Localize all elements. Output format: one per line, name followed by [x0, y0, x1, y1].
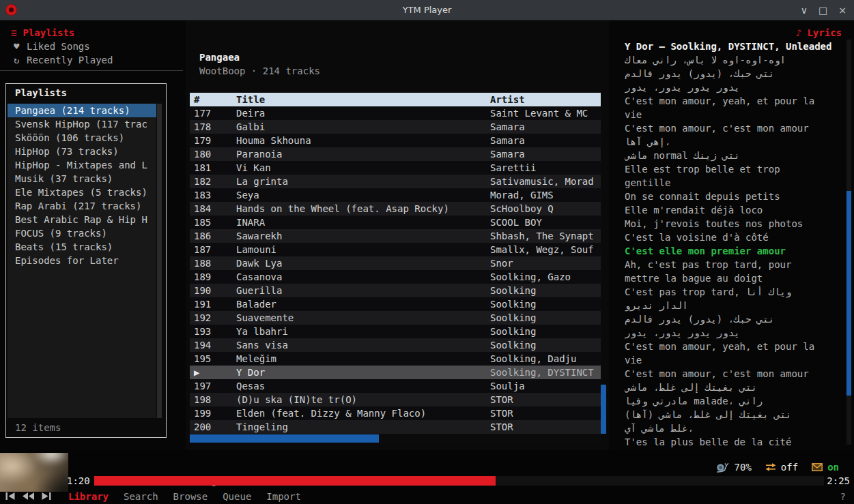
- lyric-line: C'est mon amour, c'est mon amour: [625, 121, 840, 135]
- playlists-menu-label: Playlists: [23, 27, 74, 38]
- track-title: Seya: [232, 188, 486, 202]
- track-row[interactable]: 188 Dawk Lya Snor: [190, 256, 601, 270]
- vertical-scrollbar-thumb[interactable]: [601, 385, 606, 434]
- track-number: 193: [190, 325, 232, 338]
- track-row[interactable]: 186 Sawarekh Shbash, The Synapt: [190, 229, 601, 243]
- playlist-item[interactable]: Skööön (106 tracks): [8, 131, 156, 145]
- track-number: 181: [190, 161, 232, 175]
- nav-tab[interactable]: Import: [266, 490, 301, 503]
- track-title: La grinta: [232, 175, 486, 188]
- music-note-icon: ♪: [796, 27, 801, 38]
- lyric-line: Elle est trop belle et trop: [625, 162, 840, 176]
- track-row[interactable]: 187 Lamouni Smallx, Wegz, Souf: [190, 243, 601, 256]
- notification-state: on: [827, 462, 839, 473]
- tracklist-vertical-scrollbar[interactable]: [601, 93, 606, 434]
- nav-tab[interactable]: Queue: [223, 490, 251, 503]
- track-artist: Snor: [486, 256, 601, 270]
- track-title: Tingeling: [232, 420, 486, 434]
- track-title: Suavemente: [232, 311, 486, 325]
- track-row[interactable]: 190 Guerilla Soolking: [190, 284, 601, 297]
- lyrics-pane: ♪ Lyrics Y Dor — Soolking, DYSTINCT, Unl…: [609, 20, 854, 450]
- playlist-item[interactable]: Best Arabic Rap & Hip H: [8, 213, 156, 226]
- track-title: Houma Skhouna: [232, 134, 486, 147]
- notification-toggle[interactable]: on: [812, 462, 839, 473]
- tracklist-pane: Pangaea WootBoop · 214 tracks # Title Ar…: [186, 20, 609, 450]
- track-title: Paranoia: [232, 147, 486, 161]
- track-title: Elden (feat. Dizzy & Manny Flaco): [232, 406, 486, 420]
- playlist-item[interactable]: HipHop - Mixtapes and L: [8, 158, 156, 172]
- track-row[interactable]: 194 Sans visa Soolking: [190, 338, 601, 352]
- lyrics-scrollbar[interactable]: [846, 40, 851, 445]
- help-button[interactable]: ?: [840, 490, 846, 503]
- tracklist-horizontal-scrollbar[interactable]: [190, 434, 601, 443]
- track-row[interactable]: 191 Balader Soolking: [190, 297, 601, 311]
- track-row[interactable]: ▶ Y Dor Soolking, DYSTINCT: [190, 366, 601, 379]
- track-title: INARA: [232, 216, 486, 229]
- track-row[interactable]: 192 Suavemente Soolking: [190, 311, 601, 325]
- track-number: 178: [190, 120, 232, 134]
- track-row[interactable]: 195 Meleğim Soolking, Dadju: [190, 352, 601, 366]
- nav-tab[interactable]: Browse: [173, 490, 208, 503]
- track-number: 198: [190, 393, 232, 406]
- track-title: (D)u ska (IN)te tr(O): [232, 393, 486, 406]
- playlist-item[interactable]: Rap Arabi (217 tracks): [8, 199, 156, 213]
- now-playing: ▶Y Dor — Soolking, DYSTINCT, U... — Y Do…: [78, 460, 355, 474]
- track-artist: Soolking: [486, 325, 601, 338]
- track-row[interactable]: 180 Paranoia Samara: [190, 147, 601, 161]
- playlist-item[interactable]: Ele Mixtapes (5 tracks): [8, 186, 156, 199]
- track-artist: Samara: [486, 120, 601, 134]
- track-artist: Soolking: [486, 338, 601, 352]
- track-number: 194: [190, 338, 232, 352]
- track-artist: Sarettii: [486, 161, 601, 175]
- track-row[interactable]: 193 Ya lbahri Soolking: [190, 325, 601, 338]
- playlist-item[interactable]: Pangaea (214 tracks): [8, 104, 156, 117]
- seek-backward-icon[interactable]: [23, 492, 34, 500]
- playlist-item[interactable]: FOCUS (9 tracks): [8, 226, 156, 240]
- close-button[interactable]: ×: [838, 5, 846, 16]
- sidebar-item-liked-songs[interactable]: ♥Liked Songs: [14, 40, 113, 53]
- track-title: Casanova: [232, 270, 486, 284]
- track-row[interactable]: 184 Hands on the Wheel (feat. Asap Rocky…: [190, 202, 601, 216]
- track-title: Qesas: [232, 379, 486, 393]
- playlist-item[interactable]: Musik (37 tracks): [8, 172, 156, 186]
- track-row[interactable]: 198 (D)u ska (IN)te tr(O) STOR: [190, 393, 601, 406]
- lyrics-tab[interactable]: ♪ Lyrics: [796, 26, 842, 40]
- lyric-line: gentille: [625, 176, 840, 190]
- previous-track-icon[interactable]: [5, 492, 15, 500]
- playlist-item[interactable]: Episodes for Later: [8, 254, 156, 267]
- track-row[interactable]: 177 Deira Saint Levant & MC: [190, 106, 601, 120]
- lyric-line: يدور يدور يدور، يدور: [625, 326, 840, 340]
- next-track-icon[interactable]: [42, 492, 51, 500]
- track-row[interactable]: 185 INARA SCOOL BOY: [190, 216, 601, 229]
- nav-tab[interactable]: Search: [124, 490, 158, 503]
- track-row[interactable]: 197 Qesas Soulja: [190, 379, 601, 393]
- track-row[interactable]: 182 La grinta Sativamusic, Morad: [190, 175, 601, 188]
- track-number: 200: [190, 420, 232, 434]
- volume-control[interactable]: 70%: [715, 462, 752, 473]
- track-row[interactable]: 189 Casanova Soolking, Gazo: [190, 270, 601, 284]
- repeat-toggle[interactable]: off: [765, 462, 798, 473]
- track-row[interactable]: 183 Seya Morad, GIMS: [190, 188, 601, 202]
- track-row[interactable]: 181 Vi Kan Sarettii: [190, 161, 601, 175]
- maximize-button[interactable]: □: [819, 5, 827, 16]
- track-artist: Soolking, DYSTINCT: [486, 366, 601, 379]
- app-icon[interactable]: [5, 4, 17, 16]
- track-row[interactable]: 199 Elden (feat. Dizzy & Manny Flaco) ST…: [190, 406, 601, 420]
- lyric-line: Ah, c'est pas trop tard, pour: [625, 258, 840, 271]
- playlists-menu-button[interactable]: ≡Playlists: [11, 26, 74, 40]
- horizontal-scrollbar-thumb[interactable]: [190, 434, 379, 443]
- player-status: 70% off on: [715, 460, 839, 474]
- sidebar-item-recently-played[interactable]: ↻Recently Played: [14, 53, 113, 67]
- titlebar: YTM Player ∨ □ ×: [0, 0, 854, 20]
- minimize-button[interactable]: ∨: [801, 5, 808, 16]
- track-row[interactable]: 179 Houma Skhouna Samara: [190, 134, 601, 147]
- track-row[interactable]: 200 Tingeling STOR: [190, 420, 601, 434]
- progress-bar[interactable]: [94, 476, 824, 486]
- playlist-item[interactable]: HipHop (73 tracks): [8, 145, 156, 158]
- nav-tab[interactable]: Library: [68, 490, 109, 503]
- lyrics-scrollbar-thumb[interactable]: [846, 191, 851, 396]
- playlist-item[interactable]: Svensk HipHop (117 trac: [8, 117, 156, 131]
- track-row[interactable]: 178 Galbi Samara: [190, 120, 601, 134]
- playlist-item[interactable]: Beats (15 tracks): [8, 240, 156, 254]
- playlists-scrollbar[interactable]: [157, 104, 162, 418]
